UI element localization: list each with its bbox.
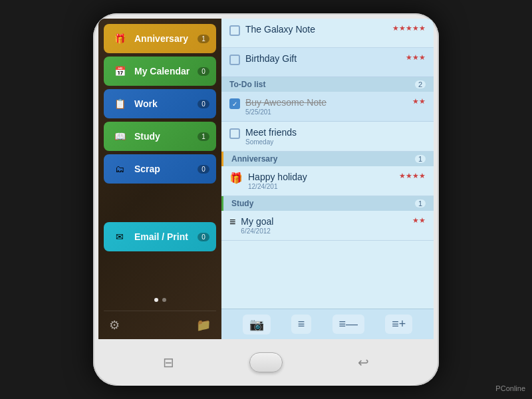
note-title-holiday: Happy holiday — [248, 172, 394, 182]
stars-holiday: ★★★★ — [399, 172, 426, 180]
sidebar-item-calendar[interactable]: 📅 My Calendar 0 — [104, 57, 216, 86]
stars-birthday: ★★★ — [406, 53, 426, 62]
sort-toolbar-icon[interactable]: ≡— — [332, 315, 365, 334]
note-content-meet: Meet friends Someday — [245, 127, 420, 146]
left-footer: ⚙ 📁 — [104, 311, 216, 339]
sidebar-item-study[interactable]: 📖 Study 1 — [104, 122, 216, 151]
screen: 🎁 Anniversary 1 📅 My Calendar 0 📋 Work 0… — [98, 19, 434, 339]
stars-galaxy: ★★★★★ — [392, 24, 426, 33]
calendar-badge: 0 — [198, 67, 209, 76]
note-date-goal: 6/24/2012 — [241, 227, 407, 235]
sidebar-item-label-study: Study — [134, 131, 198, 142]
note-content-buy: Buy Awesome Note 5/25/201 — [245, 97, 407, 116]
back-nav-button[interactable]: ↩ — [358, 354, 369, 370]
note-title-meet: Meet friends — [245, 127, 420, 138]
list-item[interactable]: The Galaxy Note ★★★★★ — [221, 19, 434, 48]
folder-icon[interactable]: 📁 — [196, 318, 211, 332]
scrap-badge: 0 — [198, 165, 209, 174]
right-toolbar: 📷 ≡ ≡— ≡+ — [221, 309, 434, 339]
list-item[interactable]: 🎁 Happy holiday 12/24/201 ★★★★ — [221, 166, 434, 196]
sidebar-item-label-anniversary: Anniversary — [134, 33, 198, 44]
note-date-buy: 5/25/201 — [245, 108, 407, 116]
list-toolbar-icon[interactable]: ≡ — [291, 315, 312, 334]
section-label-todo: To-Do list — [229, 80, 265, 89]
page-dots — [104, 293, 216, 307]
left-panel: 🎁 Anniversary 1 📅 My Calendar 0 📋 Work 0… — [98, 19, 221, 339]
work-badge: 0 — [198, 100, 209, 108]
section-count-study: 1 — [415, 200, 426, 207]
checkbox-buy[interactable]: ✓ — [229, 98, 240, 109]
stars-goal: ★★ — [412, 216, 426, 225]
menu-nav-button[interactable]: ⊟ — [163, 354, 174, 370]
section-header-study: Study 1 — [221, 196, 434, 211]
sidebar-item-scrap[interactable]: 🗂 Scrap 0 — [104, 154, 216, 184]
note-content-goal: My goal 6/24/2012 — [241, 216, 407, 235]
stars-buy: ★★ — [412, 97, 426, 106]
section-header-todo: To-Do list 2 — [221, 77, 434, 92]
work-icon: 📋 — [110, 94, 129, 113]
note-title-birthday: Birthday Gift — [245, 53, 400, 64]
section-label-study: Study — [231, 199, 253, 208]
camera-toolbar-icon[interactable]: 📷 — [243, 315, 271, 334]
note-title-galaxy: The Galaxy Note — [245, 24, 387, 35]
sidebar-item-anniversary[interactable]: 🎁 Anniversary 1 — [104, 24, 216, 53]
list-item[interactable]: ≡ My goal 6/24/2012 ★★ — [221, 211, 434, 241]
section-count-anniversary: 1 — [415, 155, 426, 163]
calendar-icon: 📅 — [110, 62, 129, 80]
list-item[interactable]: ✓ Buy Awesome Note 5/25/201 ★★ — [221, 92, 434, 122]
note-title-goal: My goal — [241, 216, 407, 227]
sidebar-item-label-work: Work — [134, 98, 198, 109]
dot-1 — [154, 298, 158, 302]
anniversary-badge: 1 — [198, 35, 209, 43]
sidebar-item-work[interactable]: 📋 Work 0 — [104, 89, 216, 118]
dot-2 — [162, 298, 166, 302]
scrap-icon: 🗂 — [110, 160, 129, 178]
list-item[interactable]: Meet friends Someday — [221, 122, 434, 152]
checkbox-galaxy[interactable] — [229, 25, 240, 36]
sidebar-item-label-calendar: My Calendar — [134, 66, 198, 76]
device-nav-bar: ⊟ ↩ — [98, 339, 434, 386]
note-list: The Galaxy Note ★★★★★ Birthday Gift ★★★ … — [221, 19, 434, 309]
watermark: PConline — [495, 384, 525, 392]
email-badge: 0 — [198, 233, 209, 241]
home-button[interactable] — [249, 352, 283, 372]
gift-icon: 🎁 — [229, 172, 243, 184]
study-icon: 📖 — [110, 127, 129, 146]
anniversary-icon: 🎁 — [110, 29, 129, 48]
sidebar-item-label-scrap: Scrap — [134, 164, 198, 174]
section-header-anniversary: Anniversary 1 — [221, 152, 434, 166]
settings-icon[interactable]: ⚙ — [109, 318, 120, 332]
checkbox-meet[interactable] — [229, 128, 240, 139]
note-date-holiday: 12/24/201 — [248, 183, 394, 190]
email-icon: ✉ — [110, 227, 129, 246]
note-content-galaxy: The Galaxy Note — [245, 24, 387, 35]
section-label-anniversary: Anniversary — [231, 154, 277, 164]
note-content-birthday: Birthday Gift — [245, 53, 400, 64]
list-icon: ≡ — [229, 216, 235, 228]
section-count-todo: 2 — [415, 80, 426, 88]
add-toolbar-icon[interactable]: ≡+ — [385, 315, 412, 334]
checkbox-birthday[interactable] — [229, 55, 240, 65]
device-frame: 🎁 Anniversary 1 📅 My Calendar 0 📋 Work 0… — [93, 13, 439, 386]
note-date-meet: Someday — [245, 138, 420, 146]
note-content-holiday: Happy holiday 12/24/201 — [248, 172, 394, 190]
right-panel: The Galaxy Note ★★★★★ Birthday Gift ★★★ … — [221, 19, 434, 339]
note-title-buy: Buy Awesome Note — [245, 97, 407, 108]
study-badge: 1 — [198, 132, 209, 141]
sidebar-item-label-email: Email / Print — [134, 231, 198, 242]
list-item[interactable]: Birthday Gift ★★★ — [221, 48, 434, 77]
sidebar-item-email[interactable]: ✉ Email / Print 0 — [104, 222, 216, 251]
